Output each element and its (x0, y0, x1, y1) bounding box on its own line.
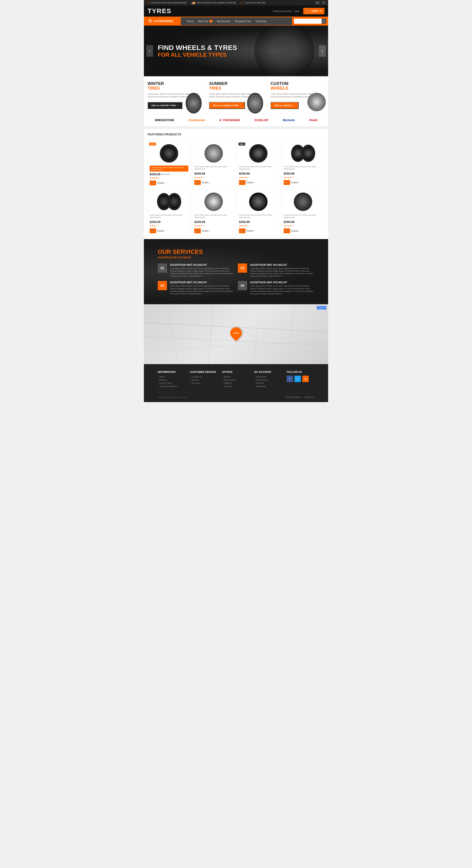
add-to-cart-button[interactable]: 🛒 (239, 180, 246, 185)
login-link[interactable]: Login (294, 10, 299, 12)
footer-order-history[interactable]: Order History (254, 379, 282, 381)
footer-wish-list[interactable]: Wish list (254, 382, 282, 384)
summer-tyre-image (246, 91, 264, 114)
cart-button[interactable]: 🛒 CART: 0 (303, 8, 324, 14)
contact-us-link[interactable]: Contact Us (304, 396, 314, 398)
brand-bridgestone[interactable]: BRIDGESTONE (152, 118, 177, 123)
hero-prev-button[interactable]: ‹ (146, 45, 153, 57)
summer-tyres-button[interactable]: SEE ALL SUMMER TYRES › (209, 102, 245, 109)
add-to-cart-button[interactable]: 🛒 (284, 180, 290, 185)
nav-cart[interactable]: Shopping Cart (232, 18, 253, 25)
footer-gift-vouchers[interactable]: Gift Vouchers (222, 379, 250, 381)
svg-line-6 (289, 304, 293, 364)
hero-tyre-decoration (254, 26, 314, 76)
product-actions: 🛒 Details › (194, 180, 233, 185)
product-card: Lorem ipsum dolor sit amet conse ctetur … (282, 141, 324, 187)
add-to-cart-button[interactable]: 🛒 (194, 228, 201, 233)
footer-follow-us: FOLLOW US f t ⊛ (287, 371, 314, 389)
hero-banner: ‹ FIND WHEELS & TYRES FOR ALL VEHICLE TY… (144, 26, 328, 76)
winter-tyres-button[interactable]: SEE ALL WINTER TYRES › (148, 102, 182, 109)
service-desc: Lorem ipsum dolor sit amet conse ctetur … (170, 285, 234, 295)
wheels-button[interactable]: SEE ALL WHEELS › (271, 102, 298, 109)
arrow-icon: › (294, 104, 295, 106)
product-card: Lorem ipsum dolor sit amet conse ctetur … (192, 189, 235, 236)
nav-home[interactable]: Home (184, 18, 196, 25)
add-to-cart-button[interactable]: 🛒 (239, 228, 246, 233)
create-account-link[interactable]: Create an account (273, 10, 292, 12)
brand-dunlop[interactable]: DUNLOP (252, 118, 271, 123)
hero-content: FIND WHEELS & TYRES FOR ALL VEHICLE TYPE… (144, 44, 251, 58)
hero-subtitle: FOR ALL VEHICLE TYPES (158, 52, 237, 58)
details-button[interactable]: Details › (157, 182, 165, 184)
service-title: EXCEPTEUR SINT OCCAECAT (250, 264, 314, 266)
twitter-button[interactable]: t (294, 376, 301, 382)
details-button[interactable]: Details › (246, 229, 255, 232)
footer-newsletter[interactable]: Newsletter (254, 385, 282, 388)
product-price: $258.89 (150, 173, 160, 176)
footer-about[interactable]: About (158, 376, 185, 378)
product-card: New! Lorem ipsum dolor sit amet conse ct… (237, 141, 280, 187)
details-button[interactable]: Details › (291, 181, 300, 184)
details-button[interactable]: Details › (202, 229, 210, 232)
add-to-cart-button[interactable]: 🛒 (284, 228, 290, 233)
terms-conditions-link[interactable]: Terms Conditions (285, 396, 302, 398)
footer-col-title: FOLLOW US (287, 371, 314, 373)
footer-delivery[interactable]: Delivery (158, 379, 185, 381)
product-card: Sale! Lorem ipsum dolor sit amet conse c… (148, 141, 190, 187)
product-desc: Lorem ipsum dolor sit amet conse ctetur … (150, 165, 188, 172)
details-button[interactable]: Details › (157, 229, 165, 232)
nav-wishlist[interactable]: Wish List 0 (196, 17, 215, 25)
product-card: Lorem ipsum dolor sit amet conse ctetur … (192, 141, 235, 187)
featured-title: FEATURED PRODUCTS (148, 133, 324, 138)
product-desc: Lorem ipsum dolor sit amet conse ctetur … (284, 165, 322, 170)
footer-specials[interactable]: Specials (222, 385, 250, 388)
product-image (150, 191, 188, 212)
hero-next-button[interactable]: › (319, 45, 326, 57)
product-rating: ★★★★☆ (284, 176, 322, 179)
services-section: OUR SERVICES EXCEPTEUR SINT OCCAECAT 01 … (144, 239, 328, 305)
logo[interactable]: TYRES (148, 7, 171, 15)
cart-icon: 🛒 (306, 9, 310, 13)
service-title: EXCEPTEUR SINT OCCAECAT (170, 281, 234, 284)
product-desc: Lorem ipsum dolor sit amet conse ctetur … (239, 165, 278, 170)
add-to-cart-button[interactable]: 🛒 (194, 180, 201, 185)
footer-brands[interactable]: Brands (222, 376, 250, 378)
nav-checkout[interactable]: Checkout (253, 18, 269, 25)
footer-affiliates[interactable]: Affiliates (222, 382, 250, 384)
search-input[interactable] (294, 19, 322, 24)
header-account: Create an account Login (273, 10, 300, 12)
product-rating: ★★★★☆ (239, 176, 278, 179)
categories-button[interactable]: ☰ CATEGORIES (144, 17, 181, 26)
details-button[interactable]: Details › (202, 181, 210, 184)
footer-terms[interactable]: Terms & Conditions (158, 385, 185, 388)
rss-button[interactable]: ⊛ (302, 376, 309, 382)
service-item-3: 03 EXCEPTEUR SINT OCCAECAT Lorem ipsum d… (238, 264, 314, 278)
footer-sitemap[interactable]: Site Map (190, 382, 218, 384)
map-background: TYRES Sign In (144, 304, 328, 364)
footer-bottom: Powered by OpenCart Tyres © 2013 Terms C… (158, 393, 314, 398)
footer-account[interactable]: My Account (254, 376, 282, 378)
product-price: $258.89 (284, 172, 294, 175)
nav-myaccount[interactable]: My Account (215, 18, 232, 25)
brand-continental[interactable]: Continental (186, 118, 208, 123)
nav-links: Home Wish List 0 My Account Shopping Car… (181, 17, 292, 25)
service-number: 01 (158, 264, 167, 273)
search-button[interactable]: › (322, 19, 326, 24)
currency-selector[interactable]: $ (322, 1, 325, 4)
details-button[interactable]: Details › (246, 181, 255, 184)
brands-section: BRIDGESTONE Continental ⊳ YOKOHAMA DUNLO… (144, 114, 328, 127)
map-sign-in[interactable]: Sign In (317, 306, 326, 310)
footer-privacy[interactable]: Privacy Policy (158, 382, 185, 384)
facebook-button[interactable]: f (287, 376, 293, 382)
footer-returns[interactable]: Returns (190, 379, 218, 381)
details-button[interactable]: Details › (291, 229, 300, 232)
svg-line-2 (144, 341, 328, 350)
brand-pirelli[interactable]: Pirelli (307, 118, 320, 123)
add-to-cart-button[interactable]: 🛒 (150, 228, 156, 233)
brand-yokohama[interactable]: ⊳ YOKOHAMA (216, 118, 243, 123)
add-to-cart-button[interactable]: 🛒 (150, 181, 156, 185)
product-actions: 🛒 Details › (284, 228, 322, 233)
brand-michelin[interactable]: Michelin (280, 118, 297, 123)
footer-contact[interactable]: Contact Us (190, 376, 218, 378)
language-selector[interactable]: En (315, 1, 320, 4)
